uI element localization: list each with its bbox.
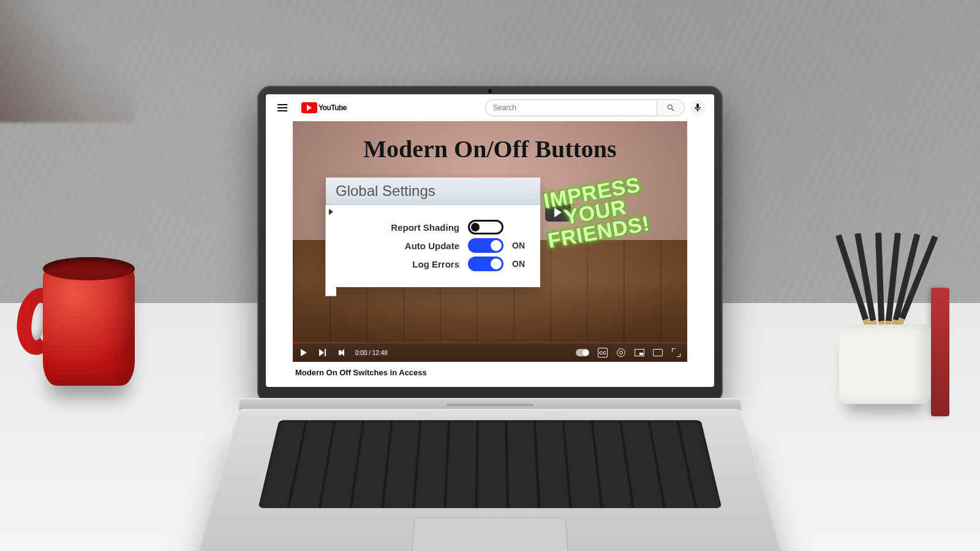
- keyboard: [258, 420, 722, 508]
- search-input[interactable]: [485, 99, 657, 116]
- youtube-header: YouTube: [266, 94, 714, 121]
- pencil-cup: [821, 263, 943, 410]
- setting-label: Report Shading: [344, 222, 459, 233]
- progress-bar[interactable]: [293, 342, 687, 343]
- setting-row: Report Shading: [344, 220, 530, 234]
- menu-button[interactable]: [274, 100, 290, 116]
- setting-row: Auto Update ON: [344, 238, 530, 253]
- youtube-logo[interactable]: YouTube: [301, 102, 347, 113]
- setting-state: ON: [512, 241, 530, 250]
- setting-state: ON: [512, 259, 530, 269]
- settings-card-heading: Global Settings: [326, 178, 540, 205]
- laptop: YouTube: [221, 86, 760, 514]
- microphone-icon: [694, 103, 701, 112]
- volume-button[interactable]: [336, 348, 347, 358]
- settings-card-tab: [325, 204, 336, 296]
- settings-card: Global Settings Report Shading Auto Upda…: [326, 178, 540, 287]
- toggle-on: [468, 238, 503, 253]
- svg-line-1: [672, 109, 674, 111]
- settings-gear-button[interactable]: [616, 348, 626, 358]
- laptop-deck: [178, 409, 802, 551]
- youtube-play-icon: [301, 102, 317, 113]
- laptop-bezel: YouTube: [257, 86, 723, 404]
- setting-row: Log Errors ON: [344, 257, 530, 271]
- toggle-off: [468, 220, 503, 234]
- youtube-wordmark: YouTube: [318, 103, 347, 112]
- coffee-mug: [24, 257, 153, 416]
- setting-label: Auto Update: [344, 241, 459, 251]
- voice-search-button[interactable]: [690, 100, 706, 116]
- desk-scene: YouTube: [0, 0, 980, 551]
- captions-button[interactable]: CC: [598, 348, 608, 358]
- video-title: Modern On Off Switches in Access: [293, 362, 687, 377]
- settings-rows: Report Shading Auto Update ON: [326, 205, 540, 287]
- search-box: [485, 99, 685, 116]
- search-wrap: [485, 99, 706, 116]
- watch-stage: Modern On/Off Buttons Global Settings Re…: [293, 121, 687, 377]
- time-total: 12:48: [372, 350, 388, 356]
- trackpad: [409, 517, 571, 551]
- svg-point-0: [668, 105, 672, 109]
- thumbnail-title: Modern On/Off Buttons: [293, 135, 687, 163]
- theater-button[interactable]: [653, 348, 663, 358]
- search-icon: [666, 103, 675, 112]
- play-button[interactable]: [299, 348, 309, 358]
- player-controls: 0:00 / 12:48 CC: [293, 343, 687, 362]
- toggle-on: [468, 257, 503, 271]
- time-current: 0:00: [355, 350, 367, 356]
- fullscreen-button[interactable]: [671, 348, 681, 358]
- plant-shadow: [0, 0, 135, 122]
- video-thumbnail[interactable]: Modern On/Off Buttons Global Settings Re…: [293, 121, 687, 342]
- browser-viewport: YouTube: [266, 94, 714, 387]
- setting-label: Log Errors: [344, 259, 459, 269]
- next-button[interactable]: [317, 348, 327, 358]
- progress-fill: [293, 342, 296, 343]
- autoplay-toggle[interactable]: [576, 349, 589, 356]
- miniplayer-button[interactable]: [635, 348, 644, 358]
- search-button[interactable]: [657, 99, 685, 116]
- svg-rect-2: [696, 103, 699, 108]
- time-display: 0:00 / 12:48: [355, 350, 388, 356]
